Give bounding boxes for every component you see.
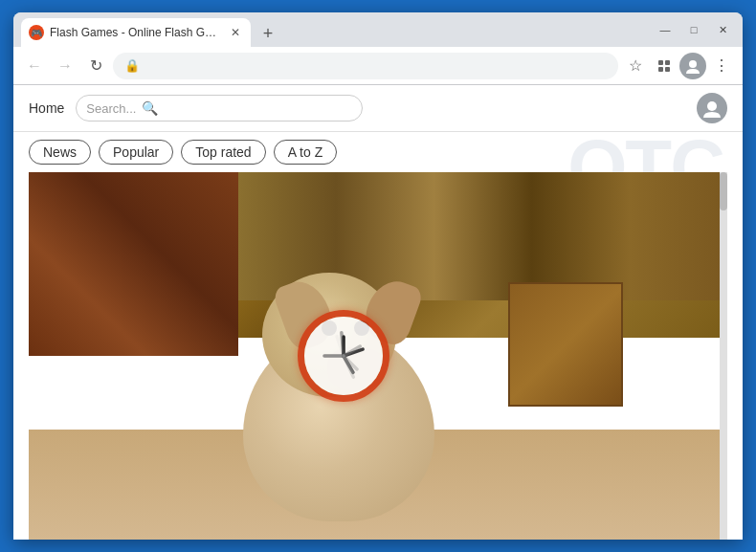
tab-area: 🎮 Flash Games - Online Flash Gam... ✕ + [21, 12, 649, 47]
scrollbar[interactable] [720, 172, 727, 540]
address-bar: ← → ↻ 🔒 ☆ ⋮ [13, 47, 743, 85]
search-placeholder: Search... [86, 101, 136, 116]
nav-tabs: News Popular Top rated A to Z [13, 132, 743, 172]
window-controls: — □ ✕ [653, 17, 735, 42]
image-container [29, 172, 727, 540]
tab-close-button[interactable]: ✕ [228, 25, 243, 40]
svg-rect-3 [665, 67, 670, 72]
scrollbar-thumb[interactable] [720, 172, 727, 210]
bookmark-button[interactable]: ☆ [622, 53, 649, 79]
profile-button[interactable] [679, 53, 706, 79]
extensions-button[interactable] [651, 53, 678, 79]
tab-popular[interactable]: Popular [99, 140, 173, 165]
search-box[interactable]: Search... 🔍 [76, 95, 363, 121]
title-bar: 🎮 Flash Games - Online Flash Gam... ✕ + … [13, 12, 743, 47]
page-content: OTC Home Search... 🔍 News Popular Top [13, 85, 743, 540]
refresh-button[interactable]: ↻ [82, 53, 109, 79]
new-tab-button[interactable]: + [255, 20, 281, 47]
svg-rect-1 [665, 60, 670, 65]
scene [29, 172, 727, 540]
back-button[interactable]: ← [21, 53, 48, 79]
tab-favicon: 🎮 [29, 25, 44, 40]
svg-rect-0 [658, 60, 663, 65]
tab-top-rated[interactable]: Top rated [181, 140, 265, 165]
tab-title: Flash Games - Online Flash Gam... [50, 26, 222, 39]
svg-rect-2 [658, 67, 663, 72]
wooden-box [508, 282, 623, 407]
loading-spinner [298, 310, 389, 402]
extensions-icon [656, 58, 672, 74]
menu-button[interactable]: ⋮ [708, 53, 735, 79]
header-right [697, 93, 727, 123]
browser-tab[interactable]: 🎮 Flash Games - Online Flash Gam... ✕ [21, 18, 251, 47]
tab-a-to-z[interactable]: A to Z [274, 140, 338, 165]
close-button[interactable]: ✕ [710, 17, 735, 42]
lock-icon: 🔒 [124, 58, 140, 73]
avatar-icon [701, 98, 723, 119]
search-icon: 🔍 [142, 100, 158, 116]
svg-point-5 [707, 101, 717, 111]
address-input[interactable]: 🔒 [113, 53, 618, 79]
spokes-container [317, 329, 370, 383]
minimize-button[interactable]: — [653, 17, 678, 42]
spinner-spokes-svg [317, 329, 370, 383]
toolbar-right: ☆ ⋮ [622, 53, 735, 79]
browser-window: 🎮 Flash Games - Online Flash Gam... ✕ + … [13, 12, 743, 540]
books-left [29, 172, 238, 356]
maximize-button[interactable]: □ [681, 17, 706, 42]
spinner-fill [304, 317, 383, 395]
svg-point-4 [689, 60, 697, 68]
user-avatar[interactable] [697, 93, 727, 123]
home-link[interactable]: Home [29, 100, 64, 116]
forward-button[interactable]: → [52, 53, 78, 79]
content-image-area [29, 172, 727, 540]
tab-news[interactable]: News [29, 140, 91, 165]
profile-icon [684, 57, 701, 75]
